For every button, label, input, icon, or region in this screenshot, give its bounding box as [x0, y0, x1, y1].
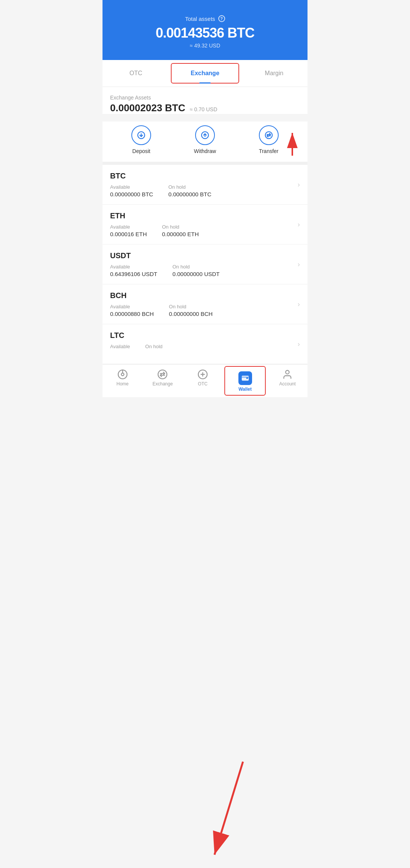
ltc-available-label: Available — [110, 344, 130, 349]
wallet-icon — [241, 374, 249, 382]
svg-point-14 — [158, 370, 167, 379]
btc-available-value: 0.00000000 BTC — [110, 191, 153, 197]
deposit-button[interactable]: Deposit — [131, 125, 151, 154]
nav-exchange[interactable]: Exchange — [143, 365, 183, 397]
asset-btc[interactable]: BTC Available 0.00000000 BTC On hold 0.0… — [102, 165, 308, 205]
usdt-available-label: Available — [110, 264, 157, 270]
eth-chevron-icon: › — [298, 221, 300, 229]
exchange-nav-icon — [157, 369, 168, 380]
nav-account-label: Account — [279, 381, 295, 387]
tabs-container: OTC Exchange Margin — [102, 60, 308, 87]
exchange-section: Exchange Assets 0.00002023 BTC ≈ 0.70 US… — [102, 87, 308, 114]
asset-usdt[interactable]: USDT Available 0.64396106 USDT On hold 0… — [102, 245, 308, 284]
btc-available-label: Available — [110, 184, 153, 190]
svg-point-23 — [286, 371, 289, 374]
bch-onhold-label: On hold — [169, 304, 213, 309]
otc-nav-icon — [197, 369, 208, 380]
usdt-onhold-value: 0.00000000 USDT — [172, 271, 219, 277]
btc-onhold-value: 0.00000000 BTC — [168, 191, 211, 197]
header-usd: ≈ 49.32 USD — [110, 43, 300, 49]
exchange-usd: ≈ 0.70 USD — [190, 106, 217, 112]
tab-margin[interactable]: Margin — [241, 64, 308, 83]
actions-bar: Deposit Withdraw Transfer — [102, 122, 308, 162]
asset-eth-symbol: ETH — [110, 211, 300, 220]
transfer-button[interactable]: Transfer — [259, 125, 279, 154]
usdt-onhold-label: On hold — [172, 264, 219, 270]
account-icon — [282, 369, 293, 380]
usdt-chevron-icon: › — [298, 260, 300, 268]
asset-btc-symbol: BTC — [110, 172, 300, 180]
ltc-onhold-value — [145, 350, 163, 357]
deposit-icon — [131, 125, 151, 145]
svg-point-6 — [265, 132, 272, 139]
withdraw-label: Withdraw — [194, 148, 216, 154]
home-icon — [117, 369, 128, 380]
ltc-chevron-icon: › — [298, 340, 300, 348]
nav-otc[interactable]: OTC — [183, 365, 223, 397]
asset-list: BTC Available 0.00000000 BTC On hold 0.0… — [102, 165, 308, 364]
eth-onhold-label: On hold — [162, 224, 199, 230]
asset-eth[interactable]: ETH Available 0.000016 ETH On hold 0.000… — [102, 205, 308, 245]
exchange-label: Exchange Assets — [110, 95, 300, 101]
asset-ltc[interactable]: LTC Available On hold › — [102, 324, 308, 364]
bch-available-label: Available — [110, 304, 154, 309]
header-amount: 0.00143536 BTC — [110, 25, 300, 41]
bch-chevron-icon: › — [298, 300, 300, 308]
nav-wallet-label: Wallet — [238, 387, 252, 392]
bch-available-value: 0.00000880 BCH — [110, 311, 154, 317]
nav-home[interactable]: Home — [102, 365, 143, 397]
eth-available-value: 0.000016 ETH — [110, 231, 147, 237]
asset-ltc-symbol: LTC — [110, 331, 300, 340]
bch-onhold-value: 0.00000000 BCH — [169, 311, 213, 317]
header: Total assets ? 0.00143536 BTC ≈ 49.32 US… — [102, 0, 308, 60]
divider — [102, 162, 308, 165]
deposit-label: Deposit — [132, 148, 150, 154]
header-title: Total assets — [185, 16, 215, 22]
ltc-onhold-label: On hold — [145, 344, 163, 349]
bottom-nav: Home Exchange OTC Wallet — [102, 364, 308, 397]
tab-otc[interactable]: OTC — [102, 64, 169, 83]
nav-exchange-label: Exchange — [153, 381, 173, 387]
nav-account[interactable]: Account — [267, 365, 308, 397]
transfer-icon — [259, 125, 279, 145]
svg-rect-21 — [246, 377, 248, 379]
withdraw-button[interactable]: Withdraw — [194, 125, 216, 154]
help-icon[interactable]: ? — [218, 15, 225, 22]
eth-available-label: Available — [110, 224, 147, 230]
eth-onhold-value: 0.000000 ETH — [162, 231, 199, 237]
nav-home-label: Home — [117, 381, 129, 387]
asset-bch[interactable]: BCH Available 0.00000880 BCH On hold 0.0… — [102, 284, 308, 324]
nav-otc-label: OTC — [198, 381, 207, 387]
tab-exchange[interactable]: Exchange — [171, 63, 239, 84]
usdt-available-value: 0.64396106 USDT — [110, 271, 157, 277]
nav-wallet[interactable]: Wallet — [224, 366, 266, 396]
btc-chevron-icon: › — [298, 181, 300, 189]
asset-bch-symbol: BCH — [110, 291, 300, 300]
transfer-label: Transfer — [259, 148, 279, 154]
transfer-arrow-overlay — [281, 129, 304, 161]
ltc-available-value — [110, 350, 130, 357]
withdraw-icon — [195, 125, 215, 145]
exchange-amount: 0.00002023 BTC — [110, 102, 185, 114]
asset-usdt-symbol: USDT — [110, 251, 300, 260]
btc-onhold-label: On hold — [168, 184, 211, 190]
